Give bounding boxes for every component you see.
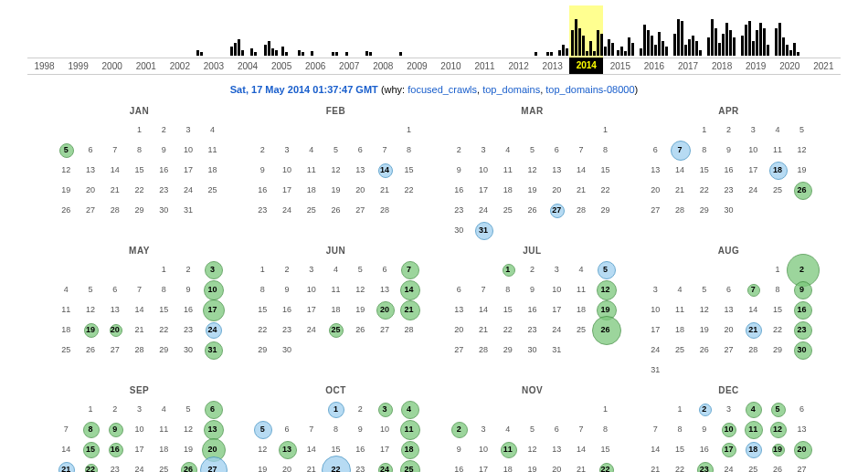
day-number[interactable]: 21 [748,325,757,334]
calendar-day[interactable]: 20 [205,441,221,457]
day-number[interactable]: 31 [208,345,217,354]
timeline-year-2006[interactable]: 2006 [299,58,333,74]
day-number[interactable]: 20 [380,305,389,314]
calendar-day[interactable]: 5 [769,401,786,417]
day-number[interactable]: 23 [700,465,709,472]
calendar-day[interactable]: 17 [720,441,736,457]
day-number[interactable]: 16 [111,445,120,454]
day-number[interactable]: 12 [773,425,782,434]
day-number[interactable]: 21 [405,305,414,314]
day-number[interactable]: 2 [457,425,461,434]
day-number[interactable]: 18 [748,445,757,454]
day-number[interactable]: 14 [405,285,414,294]
timeline-year-2008[interactable]: 2008 [366,58,400,74]
day-number[interactable]: 20 [798,445,807,454]
day-number[interactable]: 20 [208,445,217,454]
day-number[interactable]: 4 [407,404,411,414]
day-number[interactable]: 3 [210,265,215,274]
day-number[interactable]: 5 [64,145,69,154]
timeline-year-1999[interactable]: 1999 [61,58,95,74]
day-number[interactable]: 5 [775,404,779,414]
timeline-year-2013[interactable]: 2013 [535,58,569,74]
timeline-year-2018[interactable]: 2018 [705,58,739,74]
day-number[interactable]: 17 [724,445,733,454]
day-number[interactable]: 22 [331,465,340,472]
calendar-day[interactable]: 13 [205,421,221,437]
calendar-day[interactable]: 5 [598,261,614,278]
calendar-day[interactable]: 21 [745,321,761,338]
day-number[interactable]: 19 [773,445,782,454]
calendar-day[interactable]: 10 [720,421,736,437]
day-number[interactable]: 7 [678,145,683,154]
calendar-day[interactable]: 16 [107,441,123,457]
calendar-day[interactable]: 27 [548,202,565,218]
day-number[interactable]: 9 [799,285,804,294]
calendar-day[interactable]: 24 [205,321,221,338]
year-timeline[interactable]: 1998199920002001200220032004200520062007… [27,5,841,75]
timeline-year-2003[interactable]: 2003 [196,58,230,74]
day-number[interactable]: 14 [380,165,389,174]
timeline-year-2020[interactable]: 2020 [773,58,807,74]
calendar-day[interactable]: 23 [794,321,810,338]
calendar-day[interactable]: 23 [696,461,713,472]
day-number[interactable]: 22 [86,465,95,472]
calendar-day[interactable]: 15 [82,441,99,457]
calendar-day[interactable]: 22 [598,461,614,472]
day-number[interactable]: 20 [111,325,120,334]
calendar-day[interactable]: 6 [205,401,221,417]
day-number[interactable]: 4 [751,404,756,414]
day-number[interactable]: 7 [751,285,756,294]
timeline-year-2000[interactable]: 2000 [95,58,129,74]
day-number[interactable]: 25 [331,325,340,334]
calendar-day[interactable]: 24 [376,461,393,472]
day-number[interactable]: 5 [603,265,608,274]
calendar-day[interactable]: 1 [500,261,516,278]
day-number[interactable]: 6 [210,404,215,414]
calendar-day[interactable]: 26 [598,321,614,338]
day-number[interactable]: 23 [798,325,807,334]
calendar-day[interactable]: 5 [254,421,270,437]
calendar-day[interactable]: 1 [327,401,344,417]
calendar-day[interactable]: 14 [401,281,418,298]
day-number[interactable]: 10 [724,425,733,434]
snapshot-date[interactable]: Sat, 17 May 2014 01:37:47 GMT [230,84,378,95]
day-number[interactable]: 7 [407,265,411,274]
timeline-year-2021[interactable]: 2021 [807,58,841,74]
day-number[interactable]: 26 [601,325,610,334]
calendar-day[interactable]: 9 [107,421,123,437]
day-number[interactable]: 5 [260,425,265,434]
calendar-day[interactable]: 7 [401,261,418,278]
calendar-day[interactable]: 11 [500,441,516,457]
calendar-day[interactable]: 22 [327,461,344,472]
calendar-day[interactable]: 11 [745,421,761,437]
calendar-day[interactable]: 16 [794,301,810,318]
day-number[interactable]: 1 [333,404,338,414]
day-number[interactable]: 27 [208,465,217,472]
calendar-day[interactable]: 21 [401,301,418,318]
calendar-day[interactable]: 4 [745,401,761,417]
why-link[interactable]: focused_crawls [408,84,477,95]
timeline-year-2016[interactable]: 2016 [637,58,671,74]
calendar-day[interactable]: 20 [107,321,123,338]
calendar-day[interactable]: 20 [794,441,810,457]
calendar-day[interactable]: 27 [205,461,221,472]
day-number[interactable]: 11 [503,445,513,454]
why-link[interactable]: top_domains-08000 [545,84,634,95]
calendar-day[interactable]: 8 [82,421,99,437]
timeline-year-2014[interactable]: 2014 [569,58,603,74]
calendar-day[interactable]: 12 [769,421,786,437]
calendar-day[interactable]: 18 [745,441,761,457]
timeline-year-2002[interactable]: 2002 [163,58,196,74]
calendar-day[interactable]: 7 [745,281,761,298]
timeline-year-2004[interactable]: 2004 [230,58,264,74]
calendar-day[interactable]: 3 [376,401,393,417]
day-number[interactable]: 17 [208,305,217,314]
calendar-day[interactable]: 5 [58,142,74,158]
day-number[interactable]: 8 [89,425,93,434]
timeline-year-2005[interactable]: 2005 [265,58,299,74]
why-link[interactable]: top_domains [482,84,540,95]
calendar-day[interactable]: 25 [401,461,418,472]
calendar-day[interactable]: 19 [769,441,786,457]
day-number[interactable]: 22 [601,465,610,472]
day-number[interactable]: 2 [799,265,804,274]
